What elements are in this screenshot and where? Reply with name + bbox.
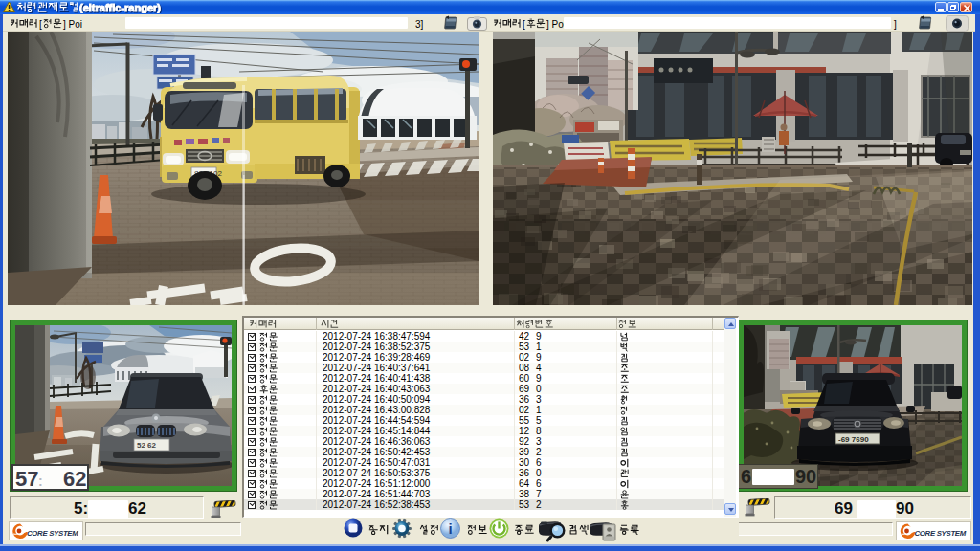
svg-text:-69 7690: -69 7690 — [838, 435, 869, 444]
svg-text:CORE SYSTEM: CORE SYSTEM — [915, 529, 967, 538]
svg-text:] Poi: ] Poi — [63, 19, 82, 30]
svg-text:i: i — [448, 520, 452, 537]
svg-text:52 62: 52 62 — [137, 441, 157, 450]
svg-text:CORE SYSTEM: CORE SYSTEM — [27, 529, 78, 538]
svg-text:3]: 3] — [415, 19, 424, 30]
svg-text:] Poi: ] Poi — [546, 19, 566, 30]
svg-text:]: ] — [894, 19, 897, 30]
svg-text:[: [ — [523, 19, 525, 30]
svg-text:[: [ — [39, 19, 42, 30]
svg-text:(eltraffic-ranger): (eltraffic-ranger) — [79, 2, 161, 13]
